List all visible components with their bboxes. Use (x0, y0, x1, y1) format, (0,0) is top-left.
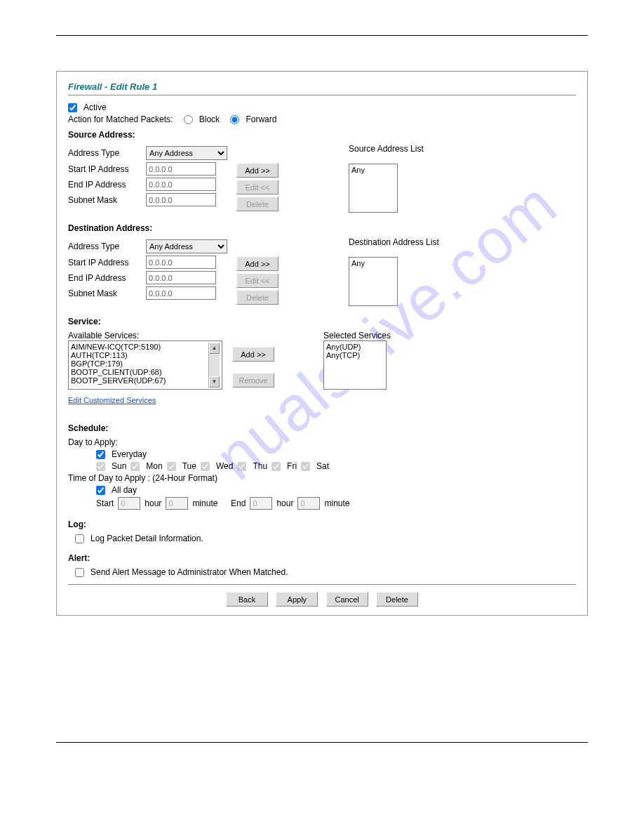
selected-services-list[interactable]: Any(UDP) Any(TCP) (323, 340, 387, 390)
start-hour-input[interactable] (118, 497, 140, 510)
src-list-label: Source Address List (349, 144, 424, 154)
src-end-ip-input[interactable] (146, 178, 216, 191)
alert-heading: Alert: (68, 553, 576, 563)
service-add-button[interactable]: Add >> (232, 347, 274, 362)
src-addr-type-label: Address Type (68, 148, 142, 158)
dest-edit-button[interactable]: Edit << (236, 273, 279, 288)
day-mon-checkbox[interactable] (130, 462, 140, 471)
forward-label: Forward (246, 114, 276, 124)
dest-subnet-input[interactable] (146, 286, 216, 300)
firewall-edit-panel: Firewall - Edit Rule 1 Active Action for… (56, 71, 588, 616)
list-item[interactable]: Any(UDP) (326, 343, 384, 351)
action-label: Action for Matched Packets: (68, 114, 173, 124)
allday-label: All day (112, 485, 137, 495)
hour-label: hour (145, 498, 161, 508)
src-addr-type-select[interactable]: Any Address (146, 146, 227, 160)
dest-start-ip-input[interactable] (146, 256, 216, 269)
day-fri-label: Fri (287, 461, 297, 471)
hour-label-2: hour (276, 498, 293, 508)
start-label: Start (96, 498, 114, 508)
dest-subnet-label: Subnet Mask (68, 289, 142, 298)
end-minute-input[interactable] (297, 497, 320, 510)
everyday-checkbox[interactable] (96, 450, 105, 459)
src-subnet-input[interactable] (146, 193, 216, 206)
log-heading: Log: (68, 519, 576, 529)
day-tue-label: Tue (182, 461, 196, 471)
day-mon-label: Mon (146, 461, 162, 471)
active-label: Active (83, 102, 107, 112)
service-remove-button[interactable]: Remove (232, 373, 274, 388)
dest-heading: Destination Address: (68, 223, 576, 233)
src-list[interactable]: Any (349, 164, 398, 213)
block-radio[interactable] (184, 115, 193, 124)
day-thu-label: Thu (253, 461, 267, 471)
day-sun-checkbox[interactable] (96, 462, 105, 471)
panel-title: Firewall - Edit Rule 1 (68, 81, 576, 92)
day-wed-label: Wed (216, 461, 233, 471)
alert-checkbox[interactable] (75, 568, 84, 577)
minute-label-2: minute (324, 498, 349, 508)
selected-services-label: Selected Services (323, 331, 391, 340)
day-sat-label: Sat (316, 461, 329, 471)
day-sat-checkbox[interactable] (301, 462, 310, 471)
back-button[interactable]: Back (226, 592, 268, 607)
scroll-up-icon[interactable]: ▲ (209, 343, 220, 354)
scrollbar[interactable]: ▲ ▼ (208, 343, 220, 388)
list-item[interactable]: BOOTP_SERVER(UDP:67) (71, 376, 208, 385)
schedule-heading: Schedule: (68, 423, 576, 433)
src-start-ip-input[interactable] (146, 162, 216, 176)
minute-label: minute (192, 498, 217, 508)
list-item[interactable]: Any (351, 166, 395, 174)
dest-add-button[interactable]: Add >> (236, 256, 279, 271)
dest-addr-type-select[interactable]: Any Address (146, 239, 227, 253)
day-wed-checkbox[interactable] (201, 462, 210, 471)
dest-addr-type-label: Address Type (68, 241, 142, 251)
day-sun-label: Sun (112, 461, 126, 471)
source-heading: Source Address: (68, 130, 576, 140)
start-minute-input[interactable] (166, 497, 188, 510)
list-item[interactable]: BOOTP_CLIENT(UDP:68) (71, 368, 208, 376)
service-heading: Service: (68, 317, 576, 326)
dest-delete-button[interactable]: Delete (236, 290, 279, 305)
src-edit-button[interactable]: Edit << (236, 180, 279, 194)
list-item[interactable]: AUTH(TCP:113) (71, 351, 208, 359)
list-item[interactable]: Any(TCP) (326, 351, 384, 359)
everyday-label: Everyday (112, 449, 147, 459)
apply-button[interactable]: Apply (276, 592, 318, 607)
block-label: Block (199, 114, 220, 124)
day-thu-checkbox[interactable] (237, 462, 246, 471)
cancel-button[interactable]: Cancel (326, 592, 368, 607)
alert-label: Send Alert Message to Administrator When… (90, 567, 288, 577)
time-of-day-label: Time of Day to Apply : (24-Hour Format) (68, 473, 576, 483)
day-tue-checkbox[interactable] (167, 462, 176, 471)
src-delete-button[interactable]: Delete (236, 197, 279, 211)
list-item[interactable]: Any (351, 259, 395, 267)
scroll-down-icon[interactable]: ▼ (209, 376, 220, 388)
dest-list[interactable]: Any (349, 257, 398, 306)
available-services-label: Available Services: (68, 331, 222, 340)
src-subnet-label: Subnet Mask (68, 195, 142, 205)
list-item[interactable]: AIM/NEW-ICQ(TCP:5190) (71, 343, 208, 351)
dest-end-ip-input[interactable] (146, 271, 216, 284)
delete-button[interactable]: Delete (376, 592, 418, 607)
available-services-list[interactable]: AIM/NEW-ICQ(TCP:5190) AUTH(TCP:113) BGP(… (68, 340, 222, 390)
dest-end-ip-label: End IP Address (68, 273, 142, 283)
end-label: End (231, 498, 246, 508)
edit-custom-services-link[interactable]: Edit Customized Services (68, 396, 156, 404)
dest-start-ip-label: Start IP Address (68, 258, 142, 267)
forward-radio[interactable] (230, 115, 239, 124)
src-start-ip-label: Start IP Address (68, 164, 142, 174)
list-item[interactable]: BGP(TCP:179) (71, 359, 208, 368)
allday-checkbox[interactable] (96, 486, 105, 495)
log-checkbox[interactable] (75, 534, 84, 543)
day-fri-checkbox[interactable] (271, 462, 281, 471)
day-to-apply-label: Day to Apply: (68, 437, 576, 447)
end-hour-input[interactable] (250, 497, 272, 510)
active-checkbox[interactable] (68, 103, 77, 112)
log-label: Log Packet Detail Information. (90, 534, 203, 543)
src-end-ip-label: End IP Address (68, 180, 142, 190)
src-add-button[interactable]: Add >> (236, 163, 279, 178)
dest-list-label: Destination Address List (349, 237, 439, 247)
